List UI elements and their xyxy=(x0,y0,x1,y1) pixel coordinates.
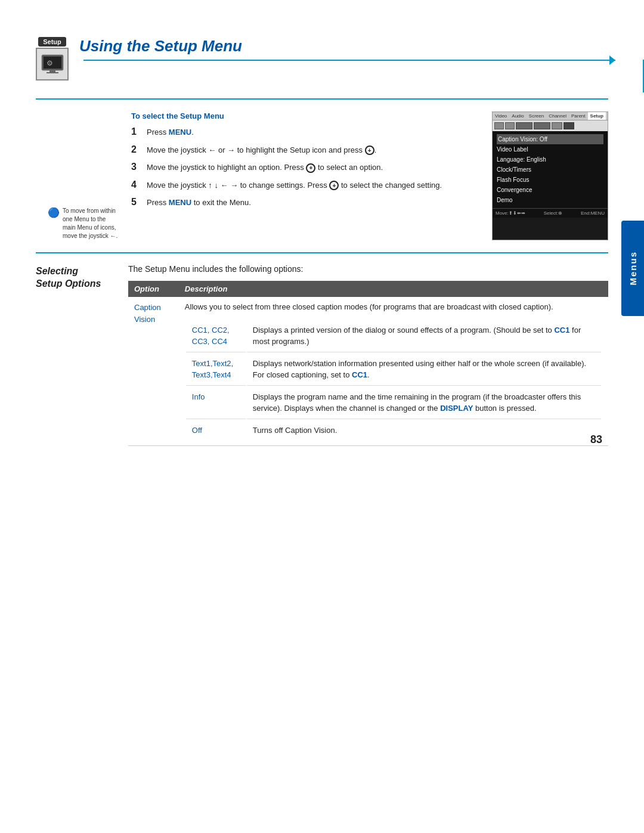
menu-icons-row xyxy=(493,120,608,131)
text-link: Text1,Text2,Text3,Text4 xyxy=(192,359,233,380)
step-list: 1 Press MENU. 2 Move the joystick ← or →… xyxy=(131,126,480,209)
sub-option-cc1: CC1, CC2,CC3, CC4 xyxy=(186,320,246,352)
menus-tab: Menus xyxy=(621,221,644,316)
menu-item-1: Video Label xyxy=(497,144,603,154)
menu-footer-end: End:MENU xyxy=(581,210,605,216)
menu-item-3: Clock/Timers xyxy=(497,165,603,175)
instructions-row: 🔵 To move from within one Menu to the ma… xyxy=(36,112,608,240)
sub-table: CC1, CC2,CC3, CC4 Displays a printed ver… xyxy=(185,319,602,442)
off-link: Off xyxy=(192,426,202,435)
selecting-title-line1: Selecting xyxy=(36,266,78,276)
caption-vision-link: Caption Vision xyxy=(134,303,161,324)
section-divider-2 xyxy=(36,252,608,253)
menu-item-0: Caption Vision: Off xyxy=(497,134,603,144)
step-num-4: 4 xyxy=(131,179,142,190)
tab-setup: Setup xyxy=(588,112,606,120)
svg-rect-3 xyxy=(47,72,58,73)
instructions-subtitle: To select the Setup Menu xyxy=(131,112,480,120)
menu-keyword-1: MENU xyxy=(169,128,191,137)
info-link: Info xyxy=(192,392,205,401)
section-divider xyxy=(36,98,608,100)
setup-badge: Setup xyxy=(38,37,66,47)
sub-option-info: Info xyxy=(186,387,246,419)
menus-tab-label: Menus xyxy=(628,251,638,286)
menu-icon-2 xyxy=(505,122,515,129)
cc1-link: CC1, CC2,CC3, CC4 xyxy=(192,326,230,346)
svg-text:⚙: ⚙ xyxy=(47,59,53,67)
table-row-caption-vision: Caption Vision Allows you to select from… xyxy=(128,297,608,446)
selecting-title-line2: Setup Options xyxy=(36,278,101,289)
right-content: The Setup Menu includes the following op… xyxy=(128,264,608,446)
options-table: Option Description Caption Vision Allows… xyxy=(128,281,608,446)
page-container: Menus Setup ⚙ xyxy=(0,0,644,833)
step-text-5: Press MENU to exit the Menu. xyxy=(147,197,251,209)
step-num-3: 3 xyxy=(131,162,142,172)
step-text-1: Press MENU. xyxy=(147,126,194,138)
menu-icon-5 xyxy=(552,122,562,129)
description-caption-vision: Allows you to select from three closed c… xyxy=(179,297,608,446)
caption-vision-main-desc: Allows you to select from three closed c… xyxy=(185,301,602,313)
circle-plus-4: + xyxy=(329,181,339,190)
step-3: 3 Move the joystick to highlight an opti… xyxy=(131,162,480,174)
tab-audio: Audio xyxy=(509,112,526,120)
page-number: 83 xyxy=(590,433,602,446)
menu-footer: Move:⬆⬇⬅➡ Select:⊕ End:MENU xyxy=(493,208,608,218)
step-2: 2 Move the joystick ← or → to highlight … xyxy=(131,144,480,156)
sub-desc-cc1: Displays a printed version of the dialog… xyxy=(247,320,601,352)
page-title: Using the Setup Menu xyxy=(79,37,242,55)
step-num-1: 1 xyxy=(131,126,142,137)
menu-item-4: Flash Focus xyxy=(497,175,603,185)
sub-option-text: Text1,Text2,Text3,Text4 xyxy=(186,354,246,386)
tab-video: Video xyxy=(493,112,509,120)
tab-channel: Channel xyxy=(546,112,569,120)
menu-footer-select: Select:⊕ xyxy=(544,210,562,216)
sub-row-off: Off Turns off Caption Vision. xyxy=(186,420,601,441)
selecting-title: Selecting Setup Options xyxy=(36,265,128,290)
note-icon: 🔵 xyxy=(48,207,60,218)
note-block: 🔵 To move from within one Menu to the ma… xyxy=(48,207,119,240)
header-section: Setup ⚙ Using the Setup Menu xyxy=(36,36,608,80)
sub-desc-off: Turns off Caption Vision. xyxy=(247,420,601,441)
left-sidebar-label: Selecting Setup Options xyxy=(36,264,128,446)
step-text-3: Move the joystick to highlight an option… xyxy=(147,162,383,174)
step-num-2: 2 xyxy=(131,144,142,155)
table-header-row: Option Description xyxy=(128,281,608,297)
menu-keyword-5: MENU xyxy=(169,198,191,207)
sub-row-text: Text1,Text2,Text3,Text4 Displays network… xyxy=(186,354,601,386)
menu-icon-3 xyxy=(516,122,532,129)
menu-tab-row: Video Audio Screen Channel Parent Setup xyxy=(493,112,608,120)
menu-icon-6 xyxy=(564,122,574,129)
step-5: 5 Press MENU to exit the Menu. xyxy=(131,197,480,209)
cc1-ref: CC1 xyxy=(554,326,569,335)
step-4: 4 Move the joystick ↑ ↓ ← → to change se… xyxy=(131,179,480,191)
menu-item-6: Demo xyxy=(497,195,603,205)
setup-icon-block: Setup ⚙ xyxy=(36,37,69,80)
display-ref: DISPLAY xyxy=(440,404,473,413)
selecting-section: Selecting Setup Options The Setup Menu i… xyxy=(36,264,608,446)
sub-row-info: Info Displays the program name and the t… xyxy=(186,387,601,419)
circle-plus-2: + xyxy=(365,145,374,155)
setup-icon-img: ⚙ xyxy=(36,48,69,80)
sub-desc-info: Displays the program name and the time r… xyxy=(247,387,601,419)
tab-screen: Screen xyxy=(527,112,546,120)
step-1: 1 Press MENU. xyxy=(131,126,480,138)
note-text: To move from within one Menu to the main… xyxy=(63,207,119,240)
menu-body: Caption Vision: Off Video Label Language… xyxy=(493,131,608,208)
menu-item-5: Convergence xyxy=(497,185,603,195)
menu-footer-move: Move:⬆⬇⬅➡ xyxy=(496,210,525,216)
step-text-2: Move the joystick ← or → to highlight th… xyxy=(147,144,376,156)
menu-mockup: Video Audio Screen Channel Parent Setup xyxy=(492,112,608,240)
sub-desc-text: Displays network/station information pre… xyxy=(247,354,601,386)
svg-rect-2 xyxy=(49,70,55,72)
main-content: Setup ⚙ Using the Setup Menu xyxy=(0,0,644,482)
setup-icon-svg: ⚙ xyxy=(41,54,64,75)
option-caption-vision: Caption Vision xyxy=(128,297,179,446)
circle-plus-3: + xyxy=(306,163,315,173)
menu-icon-1 xyxy=(494,122,504,129)
menu-item-2: Language: English xyxy=(497,154,603,165)
note-area: 🔵 To move from within one Menu to the ma… xyxy=(48,112,119,240)
cc1-ref-2: CC1 xyxy=(352,370,367,379)
col-description-header: Description xyxy=(179,281,608,297)
step-num-5: 5 xyxy=(131,197,142,208)
step-text-4: Move the joystick ↑ ↓ ← → to change sett… xyxy=(147,179,442,191)
